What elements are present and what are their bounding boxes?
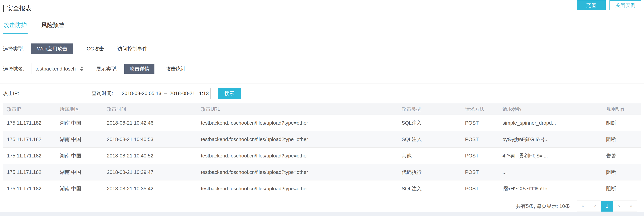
cell-region: 湖南 中国 — [60, 152, 107, 159]
updown-arrows-icon — [76, 63, 87, 74]
cell-rule-action: 阻断 — [606, 136, 641, 143]
table-row: 175.11.171.182 湖南 中国 2018-08-21 10:42:46… — [3, 115, 641, 131]
display-option-attack-stats[interactable]: 攻击统计 — [166, 65, 186, 72]
cell-request-method: POST — [465, 120, 502, 126]
cell-rule-action: 告警 — [606, 152, 641, 159]
cell-attack-ip: 175.11.171.182 — [7, 120, 60, 126]
page-title: 安全报表 — [7, 4, 32, 13]
cell-rule-action: 阻断 — [606, 185, 641, 192]
attack-type-filter-row: 选择类型: Web应用攻击 CC攻击 访问控制事件 — [3, 43, 641, 54]
cell-request-params: ... — [502, 169, 606, 175]
display-type-label: 展示类型: — [96, 65, 118, 72]
col-region: 所属地区 — [60, 106, 107, 112]
cell-attack-ip: 175.11.171.182 — [7, 186, 60, 192]
prev-page-button[interactable]: ‹ — [589, 201, 601, 211]
top-bar: 安全报表 充值 关闭实例 — [0, 0, 644, 15]
cell-rule-action: 阻断 — [606, 120, 641, 126]
col-attack-type: 攻击类型 — [402, 106, 465, 112]
domain-label: 选择域名: — [3, 65, 24, 72]
type-option-web-attack[interactable]: Web应用攻击 — [31, 43, 73, 54]
cell-attack-time: 2018-08-21 10:39:47 — [107, 169, 201, 175]
cell-attack-url: testbackend.foschool.cn/files/upload?typ… — [201, 136, 402, 142]
last-page-button[interactable]: » — [625, 201, 637, 211]
page-1-button[interactable]: 1 — [601, 201, 613, 211]
domain-select[interactable]: testbackend.foscho... — [31, 63, 87, 74]
attack-type-label: 选择类型: — [3, 45, 24, 52]
col-request-method: 请求方法 — [465, 106, 502, 112]
cell-attack-type: SQL注入 — [402, 136, 465, 143]
cell-request-params: simple_spinner_dropd... — [502, 120, 606, 126]
cell-request-params: 4I^侯口貫剼Hêj$= ... — [502, 152, 606, 159]
col-attack-url: 攻击URL — [201, 106, 402, 112]
col-rule-action: 规则动作 — [606, 106, 641, 112]
table-footer: 共有5条, 每页显示: 10条 « ‹ 1 › » — [3, 197, 641, 212]
date-range-picker[interactable]: 2018-08-20 05:13 – 2018-08-21 11:13 — [120, 88, 210, 99]
date-range-separator: – — [164, 90, 167, 96]
domain-filter-row: 选择域名: testbackend.foscho... 展示类型: 攻击详情 攻… — [3, 63, 641, 74]
cell-attack-time: 2018-08-21 10:40:53 — [107, 136, 201, 142]
cell-request-method: POST — [465, 136, 502, 142]
domain-select-value: testbackend.foscho... — [32, 66, 76, 72]
table-row: 175.11.171.182 湖南 中国 2018-08-21 10:35:42… — [3, 180, 641, 197]
cell-attack-ip: 175.11.171.182 — [7, 153, 60, 159]
title-accent-bar — [3, 5, 4, 12]
cell-request-method: POST — [465, 153, 502, 159]
page-title-wrap: 安全报表 — [3, 4, 32, 13]
cell-attack-url: testbackend.foschool.cn/files/upload?typ… — [201, 169, 402, 175]
table-header-row: 攻击IP 所属地区 攻击时间 攻击URL 攻击类型 请求方法 请求参数 规则动作 — [3, 103, 641, 115]
date-range-start: 2018-08-20 05:13 — [122, 90, 161, 96]
cell-attack-url: testbackend.foschool.cn/files/upload?typ… — [201, 186, 402, 192]
cell-request-params: |馨rH\~'X/v~□□6nЧe... — [502, 185, 606, 192]
cell-attack-type: SQL注入 — [402, 120, 465, 126]
security-report-page: 安全报表 充值 关闭实例 攻击防护 风险预警 选择类型: Web应用攻击 CC攻… — [0, 0, 644, 212]
recharge-button[interactable]: 充值 — [577, 1, 606, 10]
table-row: 175.11.171.182 湖南 中国 2018-08-21 10:40:52… — [3, 147, 641, 164]
date-range-end: 2018-08-21 11:13 — [170, 90, 209, 96]
attack-log-table: 攻击IP 所属地区 攻击时间 攻击URL 攻击类型 请求方法 请求参数 规则动作… — [3, 103, 641, 212]
type-option-access-control[interactable]: 访问控制事件 — [118, 45, 148, 52]
cell-request-method: POST — [465, 169, 502, 175]
cell-attack-url: testbackend.foschool.cn/files/upload?typ… — [201, 120, 402, 126]
tab-bar: 攻击防护 风险预警 — [0, 19, 644, 34]
search-button[interactable]: 搜索 — [218, 88, 241, 99]
col-request-params: 请求参数 — [502, 106, 606, 112]
cell-region: 湖南 中国 — [60, 136, 107, 143]
table-row: 175.11.171.182 湖南 中国 2018-08-21 10:40:53… — [3, 131, 641, 147]
next-page-button[interactable]: › — [613, 201, 625, 211]
cell-rule-action: 阻断 — [606, 169, 641, 176]
display-option-attack-details[interactable]: 攻击详情 — [124, 64, 154, 74]
col-attack-ip: 攻击IP — [7, 106, 60, 112]
cell-region: 湖南 中国 — [60, 185, 107, 192]
table-row: 175.11.171.182 湖南 中国 2018-08-21 10:39:47… — [3, 164, 641, 180]
tab-risk-warning[interactable]: 风险预警 — [40, 19, 65, 34]
search-row: 攻击IP: 查询时间: 2018-08-20 05:13 – 2018-08-2… — [0, 88, 644, 99]
cell-attack-time: 2018-08-21 10:40:52 — [107, 153, 201, 159]
cell-attack-time: 2018-08-21 10:42:46 — [107, 120, 201, 126]
pagination-controls: « ‹ 1 › » — [577, 200, 637, 212]
filter-section: 选择类型: Web应用攻击 CC攻击 访问控制事件 选择域名: testback… — [0, 43, 644, 74]
cell-attack-time: 2018-08-21 10:35:42 — [107, 186, 201, 192]
cell-attack-type: 代码执行 — [402, 169, 465, 176]
pagination-summary: 共有5条, 每页显示: 10条 — [516, 203, 570, 210]
cell-region: 湖南 中国 — [60, 120, 107, 126]
attack-ip-input[interactable] — [26, 88, 80, 99]
cell-attack-ip: 175.11.171.182 — [7, 169, 60, 175]
query-time-label: 查询时间: — [92, 90, 113, 97]
tab-attack-protection[interactable]: 攻击防护 — [3, 19, 28, 34]
type-option-cc-attack[interactable]: CC攻击 — [86, 45, 104, 52]
close-instance-button[interactable]: 关闭实例 — [610, 1, 641, 10]
cell-attack-type: 其他 — [402, 152, 465, 159]
cell-request-method: POST — [465, 186, 502, 192]
cell-request-params: oyΘy嫐ᴃE鉦G Ið -}... — [502, 136, 606, 143]
first-page-button[interactable]: « — [577, 201, 589, 211]
col-attack-time: 攻击时间 — [107, 106, 201, 112]
section-divider — [0, 83, 644, 83]
cell-attack-url: testbackend.foschool.cn/files/upload?typ… — [201, 153, 402, 159]
cell-region: 湖南 中国 — [60, 169, 107, 176]
attack-ip-label: 攻击IP: — [3, 90, 19, 97]
cell-attack-ip: 175.11.171.182 — [7, 136, 60, 142]
cell-attack-type: SQL注入 — [402, 185, 465, 192]
